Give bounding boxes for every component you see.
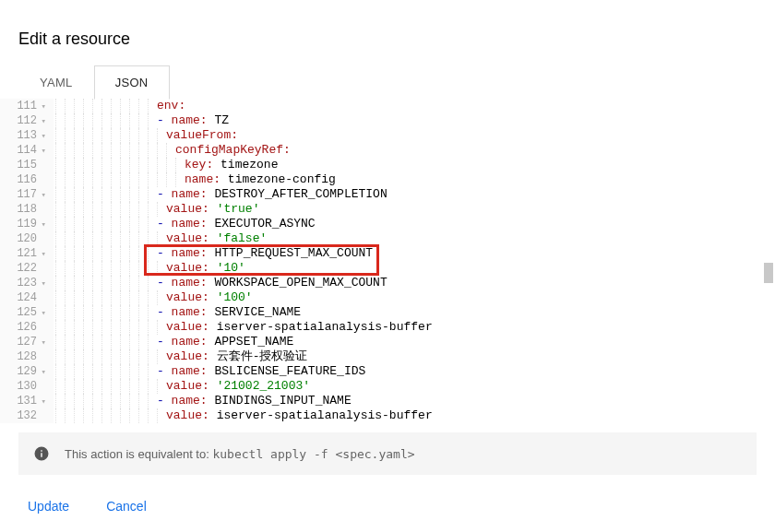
code-line[interactable]: value: '100'	[55, 290, 433, 305]
gutter: 111▾112▾113▾114▾115116117▾118119▾120121▾…	[0, 99, 54, 423]
code-line[interactable]: valueFrom:	[55, 128, 433, 143]
line-number: 130	[0, 379, 46, 394]
line-number: 127▾	[0, 335, 46, 349]
code-line[interactable]: - name: APPSET_NAME	[55, 335, 433, 349]
code-line[interactable]: value: 云套件-授权验证	[55, 349, 433, 364]
line-number: 129▾	[0, 364, 46, 379]
line-number: 118	[0, 202, 46, 217]
line-number: 120	[0, 231, 46, 246]
code-line[interactable]: configMapKeyRef:	[55, 143, 433, 158]
code-line[interactable]: - name: DESTROY_AFTER_COMPLETION	[55, 187, 433, 202]
code-line[interactable]: - name: BINDINGS_INPUT_NAME	[55, 394, 433, 408]
info-text: This action is equivalent to: kubectl ap…	[65, 447, 415, 461]
line-number: 115	[0, 158, 46, 172]
code-line[interactable]: value: 'false'	[55, 231, 433, 246]
code-line[interactable]: value: '10'	[55, 261, 433, 276]
cancel-button[interactable]: Cancel	[106, 499, 147, 514]
line-number: 125▾	[0, 305, 46, 320]
code-area[interactable]: env:- name: TZvalueFrom:configMapKeyRef:…	[54, 99, 433, 423]
code-line[interactable]: env:	[55, 99, 433, 113]
line-number: 124	[0, 290, 46, 305]
line-number: 117▾	[0, 187, 46, 202]
line-number: 121▾	[0, 246, 46, 261]
code-line[interactable]: - name: EXECUTOR_ASYNC	[55, 217, 433, 231]
code-line[interactable]: value: 'true'	[55, 202, 433, 217]
tab-json[interactable]: JSON	[94, 65, 170, 100]
line-number: 114▾	[0, 143, 46, 158]
tabs: YAML JSON	[0, 65, 775, 100]
line-number: 128	[0, 349, 46, 364]
action-bar: Update Cancel	[0, 475, 775, 514]
line-number: 113▾	[0, 128, 46, 143]
line-number: 122	[0, 261, 46, 276]
line-number: 132	[0, 408, 46, 423]
line-number: 111▾	[0, 99, 46, 113]
info-bar: This action is equivalent to: kubectl ap…	[18, 432, 757, 475]
code-line[interactable]: name: timezone-config	[55, 172, 433, 187]
line-number: 119▾	[0, 217, 46, 231]
line-number: 126	[0, 320, 46, 335]
line-number: 131▾	[0, 394, 46, 408]
info-icon	[31, 443, 52, 464]
code-line[interactable]: - name: HTTP_REQUEST_MAX_COUNT	[55, 246, 433, 261]
code-line[interactable]: - name: TZ	[55, 113, 433, 128]
scrollbar-thumb[interactable]	[764, 263, 773, 283]
code-line[interactable]: value: iserver-spatialanalysis-buffer	[55, 408, 433, 423]
tab-yaml[interactable]: YAML	[18, 65, 94, 100]
code-line[interactable]: - name: WORKSPACE_OPEN_MAX_COUNT	[55, 276, 433, 290]
line-number: 116	[0, 172, 46, 187]
code-line[interactable]: value: '21002_21003'	[55, 379, 433, 394]
code-line[interactable]: - name: SERVICE_NAME	[55, 305, 433, 320]
editor[interactable]: 111▾112▾113▾114▾115116117▾118119▾120121▾…	[0, 99, 775, 423]
page-title: Edit a resource	[0, 0, 775, 65]
code-line[interactable]: - name: BSLICENSE_FEATURE_IDS	[55, 364, 433, 379]
update-button[interactable]: Update	[28, 499, 69, 514]
code-line[interactable]: key: timezone	[55, 158, 433, 172]
code-line[interactable]: value: iserver-spatialanalysis-buffer	[55, 320, 433, 335]
line-number: 112▾	[0, 113, 46, 128]
line-number: 123▾	[0, 276, 46, 290]
